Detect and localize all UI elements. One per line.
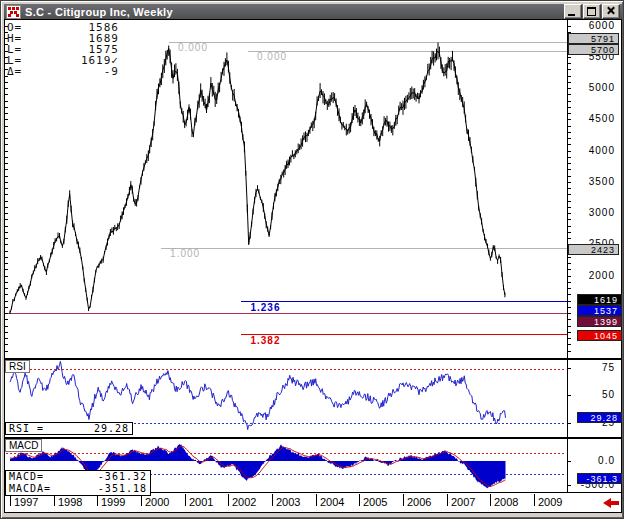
axis-tick bbox=[568, 485, 571, 486]
axis-tick bbox=[5, 188, 8, 189]
year-label-2003: 2003 bbox=[276, 496, 300, 508]
price-axis-label: 3000 bbox=[571, 207, 615, 219]
axis-tick bbox=[5, 107, 8, 108]
price-axis-label: 6000 bbox=[571, 20, 615, 32]
year-tick bbox=[534, 494, 535, 506]
pane-separator bbox=[4, 437, 622, 439]
axis-tick bbox=[568, 263, 571, 264]
axis-tick bbox=[5, 338, 8, 339]
year-label-2001: 2001 bbox=[189, 496, 213, 508]
axis-tick bbox=[5, 176, 8, 177]
axis-tick bbox=[568, 138, 571, 139]
axis-tick bbox=[568, 157, 571, 158]
ohlc-legend: O=1586H=1689L=1575L=1619✓Δ=-9 bbox=[7, 22, 119, 77]
macd-value: -361.32 bbox=[44, 471, 147, 483]
fib-level-label: 1.382 bbox=[250, 335, 280, 346]
axis-tick bbox=[568, 76, 571, 77]
rsi-pane-label: RSI bbox=[5, 360, 30, 373]
year-tick bbox=[403, 494, 404, 506]
axis-tick bbox=[568, 294, 571, 295]
legend-value: -9 bbox=[35, 66, 119, 77]
axis-tick bbox=[5, 163, 8, 164]
axis-tick bbox=[5, 251, 8, 252]
year-label-1998: 1998 bbox=[58, 496, 82, 508]
axis-tick bbox=[568, 88, 571, 89]
axis-tick bbox=[5, 263, 8, 264]
axis-tick bbox=[5, 138, 8, 139]
year-tick bbox=[359, 494, 360, 506]
year-label-2002: 2002 bbox=[232, 496, 256, 508]
price-marker-1537: 1537 bbox=[577, 305, 622, 316]
maximize-button[interactable] bbox=[583, 4, 601, 19]
axis-tick bbox=[568, 307, 571, 308]
axis-tick bbox=[5, 326, 8, 327]
fib-level-label: 1.236 bbox=[250, 302, 280, 313]
price-axis-label: 3500 bbox=[571, 176, 615, 188]
axis-tick bbox=[5, 244, 8, 245]
close-icon bbox=[606, 6, 615, 15]
macd-axis-label: 0.0 bbox=[571, 455, 615, 467]
axis-tick bbox=[5, 351, 8, 352]
axis-tick bbox=[5, 157, 8, 158]
axis-tick bbox=[568, 213, 571, 214]
pane-separator bbox=[4, 358, 622, 360]
macd-pane-label: MACD bbox=[5, 439, 42, 452]
axis-tick bbox=[5, 332, 8, 333]
year-label-2008: 2008 bbox=[494, 496, 518, 508]
rsi-value-box: RSI = 29.28 bbox=[5, 422, 133, 435]
legend-label: Δ= bbox=[7, 66, 35, 77]
axis-tick bbox=[5, 151, 8, 152]
price-marker-5791: 5791 bbox=[568, 33, 619, 44]
year-label-1997: 1997 bbox=[14, 496, 38, 508]
axis-tick bbox=[568, 395, 571, 396]
rsi-line-path bbox=[10, 361, 506, 429]
axis-tick bbox=[568, 26, 571, 27]
scroll-to-end-arrow[interactable] bbox=[603, 498, 620, 508]
axis-tick bbox=[5, 182, 8, 183]
year-label-2006: 2006 bbox=[407, 496, 431, 508]
macda-value-label: MACDA= bbox=[9, 483, 51, 495]
window-controls bbox=[563, 4, 620, 19]
axis-tick bbox=[568, 194, 571, 195]
axis-tick bbox=[568, 107, 571, 108]
axis-tick bbox=[568, 276, 571, 277]
axis-tick bbox=[568, 301, 571, 302]
axis-tick bbox=[5, 144, 8, 145]
left-arrow-tail bbox=[611, 501, 619, 505]
axis-tick bbox=[568, 163, 571, 164]
axis-tick bbox=[568, 63, 571, 64]
year-tick bbox=[316, 494, 317, 506]
year-label-2004: 2004 bbox=[320, 496, 344, 508]
axis-tick bbox=[5, 213, 8, 214]
axis-tick bbox=[568, 282, 571, 283]
left-arrow-icon bbox=[603, 498, 611, 508]
axis-tick bbox=[568, 332, 571, 333]
axis-tick bbox=[5, 119, 8, 120]
axis-tick bbox=[5, 113, 8, 114]
minimize-button[interactable] bbox=[564, 4, 582, 19]
axis-tick bbox=[5, 132, 8, 133]
axis-tick bbox=[568, 151, 571, 152]
window-title: S.C - Citigroup Inc, Weekly bbox=[25, 6, 173, 18]
maximize-icon bbox=[587, 7, 596, 16]
rsi-value: 29.28 bbox=[44, 423, 129, 435]
close-button[interactable] bbox=[602, 4, 620, 19]
axis-tick bbox=[568, 288, 571, 289]
axis-tick bbox=[5, 282, 8, 283]
price-marker-5700: 5700 bbox=[568, 44, 619, 55]
axis-tick bbox=[5, 169, 8, 170]
title-bar[interactable]: S.C - Citigroup Inc, Weekly bbox=[4, 4, 622, 19]
price-axis-label: 4000 bbox=[571, 145, 615, 157]
axis-tick bbox=[568, 313, 571, 314]
app-icon bbox=[6, 5, 21, 19]
axis-tick bbox=[568, 169, 571, 170]
rsi-marker: 29.28 bbox=[577, 412, 622, 423]
fib-level-label: 0.000 bbox=[178, 42, 208, 53]
axis-tick bbox=[568, 101, 571, 102]
price-axis-label: 4500 bbox=[571, 113, 615, 125]
year-tick bbox=[490, 494, 491, 506]
axis-tick bbox=[5, 313, 8, 314]
year-label-2009: 2009 bbox=[538, 496, 562, 508]
axis-tick bbox=[568, 257, 571, 258]
axis-tick bbox=[5, 126, 8, 127]
